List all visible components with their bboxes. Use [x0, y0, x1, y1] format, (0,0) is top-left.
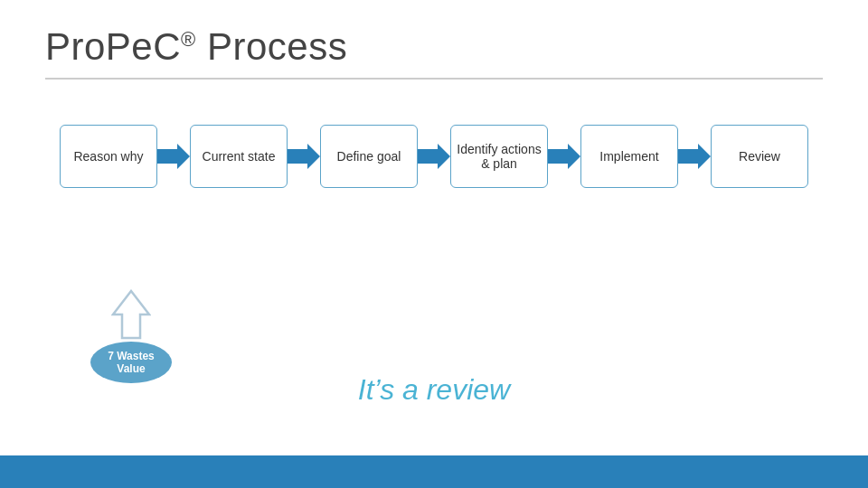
svg-marker-2: [418, 144, 450, 169]
step-reason-why: Reason why: [60, 125, 157, 188]
step-identify-actions: Identify actions & plan: [450, 125, 548, 188]
up-arrow-icon: [111, 289, 151, 340]
extras-area: 7 WastesValue: [90, 289, 172, 383]
svg-marker-5: [113, 291, 149, 338]
step-review: Review: [711, 125, 808, 188]
wastes-value-badge: 7 WastesValue: [90, 342, 172, 383]
up-arrow-container: 7 WastesValue: [90, 289, 172, 383]
title-divider: [45, 78, 823, 80]
arrow-1: [157, 144, 190, 169]
title-area: ProPeC® Process: [0, 0, 868, 69]
bottom-bar: [0, 455, 868, 488]
arrow-5: [678, 144, 711, 169]
arrow-3: [418, 144, 450, 169]
svg-marker-4: [678, 144, 711, 169]
arrow-4: [548, 144, 580, 169]
step-implement: Implement: [580, 125, 678, 188]
arrow-2: [288, 144, 320, 169]
slide: ProPeC® Process Reason why Current state…: [0, 0, 868, 488]
svg-marker-1: [288, 144, 320, 169]
process-flow: Reason why Current state Define goal: [0, 125, 868, 188]
slide-title: ProPeC® Process: [45, 25, 823, 69]
review-annotation: It’s a review: [358, 373, 510, 407]
step-current-state: Current state: [190, 125, 288, 188]
svg-marker-3: [548, 144, 580, 169]
svg-marker-0: [157, 144, 190, 169]
step-define-goal: Define goal: [320, 125, 418, 188]
